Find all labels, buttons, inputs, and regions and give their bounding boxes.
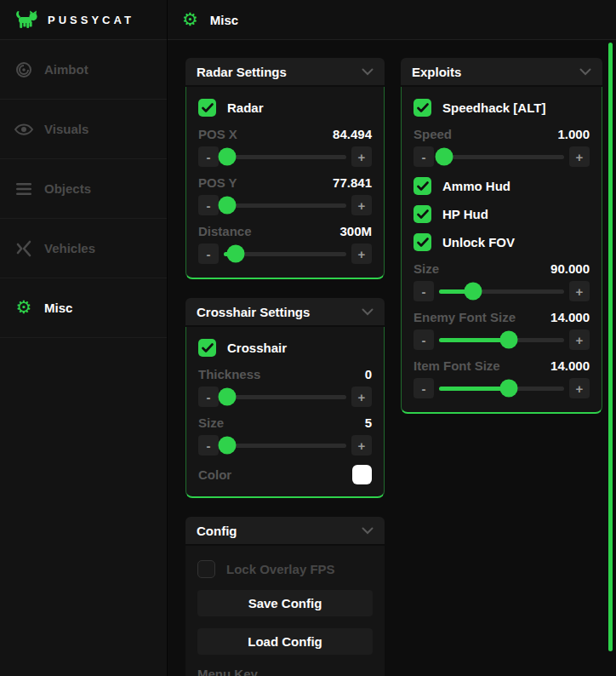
page-title: Misc <box>210 13 238 27</box>
distance-slider[interactable] <box>224 252 346 256</box>
unlock-fov-checkbox[interactable] <box>414 233 431 251</box>
left-column: Radar Settings Radar <box>185 58 385 676</box>
pos-x-param: POS X 84.494 - + <box>198 127 372 167</box>
size-decrement-button[interactable]: - <box>198 435 219 455</box>
enemy-font-size-decrement-button[interactable]: - <box>414 329 434 350</box>
brand-name: PUSSYCAT <box>48 14 134 26</box>
right-column: Exploits Speedhack [ALT] <box>401 58 602 676</box>
thickness-param: Thickness 0 - + <box>198 367 372 407</box>
pos-x-slider[interactable] <box>224 155 346 159</box>
cat-icon <box>14 10 39 30</box>
item-font-size-decrement-button[interactable]: - <box>414 378 434 398</box>
pos-y-slider[interactable] <box>224 203 346 208</box>
fov-size-slider-thumb[interactable] <box>464 283 482 301</box>
speedhack-toggle[interactable]: Speedhack [ALT] <box>414 99 590 117</box>
pos-x-increment-button[interactable]: + <box>351 146 372 167</box>
enemy-font-size-slider-thumb[interactable] <box>500 331 518 349</box>
pos-y-slider-thumb[interactable] <box>219 197 237 215</box>
exploits-header[interactable]: Exploits <box>401 58 602 85</box>
check-icon <box>202 103 214 113</box>
radar-toggle-label: Radar <box>227 100 264 115</box>
size-slider-thumb[interactable] <box>219 437 237 455</box>
distance-decrement-button[interactable]: - <box>198 243 219 264</box>
pos-x-decrement-button[interactable]: - <box>198 146 219 167</box>
size-param: Size 5 - + <box>198 415 372 455</box>
thickness-slider-thumb[interactable] <box>219 388 237 406</box>
speed-slider-thumb[interactable] <box>435 148 453 166</box>
sidebar-item-visuals[interactable]: Visuals <box>0 100 167 159</box>
fov-size-decrement-button[interactable]: - <box>414 281 434 301</box>
fov-size-label: Size <box>414 261 439 276</box>
chevron-down-icon[interactable] <box>579 68 591 76</box>
thickness-increment-button[interactable]: + <box>351 387 372 407</box>
config-panel: Config Lock Overlay FPS Save Config Load… <box>185 517 385 676</box>
sidebar-item-label: Visuals <box>44 122 88 136</box>
unlock-fov-toggle[interactable]: Unlock FOV <box>414 233 590 251</box>
size-slider[interactable] <box>224 444 346 448</box>
sidebar-item-vehicles[interactable]: Vehicles <box>0 219 167 278</box>
ammo-hud-toggle[interactable]: Ammo Hud <box>414 177 590 195</box>
pos-y-decrement-button[interactable]: - <box>198 195 219 215</box>
pos-y-value: 77.841 <box>333 175 372 190</box>
fov-size-param: Size 90.000 - + <box>414 261 590 301</box>
menu-lines-icon <box>14 179 34 199</box>
item-font-size-slider[interactable] <box>439 387 564 391</box>
exploits-panel: Exploits Speedhack [ALT] <box>401 58 602 414</box>
scrollbar-thumb[interactable] <box>608 43 613 651</box>
enemy-font-size-slider[interactable] <box>439 338 564 342</box>
pos-y-label: POS Y <box>198 175 237 190</box>
panel-title: Config <box>197 524 237 538</box>
item-font-size-param: Item Font Size 14.000 - + <box>414 358 590 398</box>
radar-toggle[interactable]: Radar <box>198 99 372 117</box>
hp-hud-toggle-label: HP Hud <box>442 207 488 221</box>
color-swatch[interactable] <box>352 465 372 484</box>
crosshair-toggle[interactable]: Crosshair <box>198 339 372 357</box>
enemy-font-size-increment-button[interactable]: + <box>569 329 590 350</box>
lock-overlay-fps-checkbox[interactable] <box>197 560 215 578</box>
fov-size-increment-button[interactable]: + <box>569 281 590 301</box>
fov-size-slider[interactable] <box>439 289 564 294</box>
speed-decrement-button[interactable]: - <box>414 146 434 167</box>
pos-x-slider-thumb[interactable] <box>219 148 237 166</box>
enemy-font-size-label: Enemy Font Size <box>414 310 516 324</box>
sidebar-item-objects[interactable]: Objects <box>0 159 167 219</box>
item-font-size-slider-thumb[interactable] <box>500 380 518 398</box>
thickness-slider[interactable] <box>224 395 346 399</box>
save-config-button[interactable]: Save Config <box>197 590 373 616</box>
chevron-down-icon[interactable] <box>362 68 374 76</box>
gear-icon: ⚙ <box>182 11 198 29</box>
item-font-size-increment-button[interactable]: + <box>569 378 590 398</box>
size-increment-button[interactable]: + <box>351 435 372 455</box>
crosshair-checkbox[interactable] <box>198 339 216 357</box>
hp-hud-toggle[interactable]: HP Hud <box>414 205 590 223</box>
speed-increment-button[interactable]: + <box>569 146 590 167</box>
radar-checkbox[interactable] <box>198 99 216 117</box>
thickness-decrement-button[interactable]: - <box>198 387 219 407</box>
config-header[interactable]: Config <box>185 517 385 544</box>
distance-increment-button[interactable]: + <box>351 243 372 264</box>
crosshair-settings-header[interactable]: Crosshair Settings <box>185 298 385 325</box>
app-window: PUSSYCAT Aimbot Visuals <box>0 0 616 676</box>
speed-slider[interactable] <box>439 155 564 159</box>
load-config-button[interactable]: Load Config <box>197 628 373 655</box>
sidebar-item-misc[interactable]: ⚙ Misc <box>0 278 167 338</box>
vehicles-icon <box>14 238 34 259</box>
ammo-hud-checkbox[interactable] <box>414 177 431 195</box>
check-icon <box>202 343 214 353</box>
chevron-down-icon[interactable] <box>362 308 374 316</box>
ammo-hud-toggle-label: Ammo Hud <box>442 179 510 193</box>
lock-overlay-fps-toggle[interactable]: Lock Overlay FPS <box>197 560 373 578</box>
chevron-down-icon[interactable] <box>362 527 374 535</box>
radar-settings-header[interactable]: Radar Settings <box>185 58 385 85</box>
distance-value: 300M <box>339 224 372 238</box>
hp-hud-checkbox[interactable] <box>414 205 431 223</box>
thickness-value: 0 <box>365 367 372 381</box>
sidebar-item-aimbot[interactable]: Aimbot <box>0 40 167 100</box>
distance-slider-thumb[interactable] <box>227 245 245 263</box>
eye-icon <box>14 119 34 140</box>
menu-key-label: Menu Key <box>197 667 373 676</box>
speedhack-checkbox[interactable] <box>414 99 431 117</box>
pos-y-increment-button[interactable]: + <box>351 195 372 215</box>
item-font-size-label: Item Font Size <box>414 358 500 373</box>
check-icon <box>417 209 429 220</box>
